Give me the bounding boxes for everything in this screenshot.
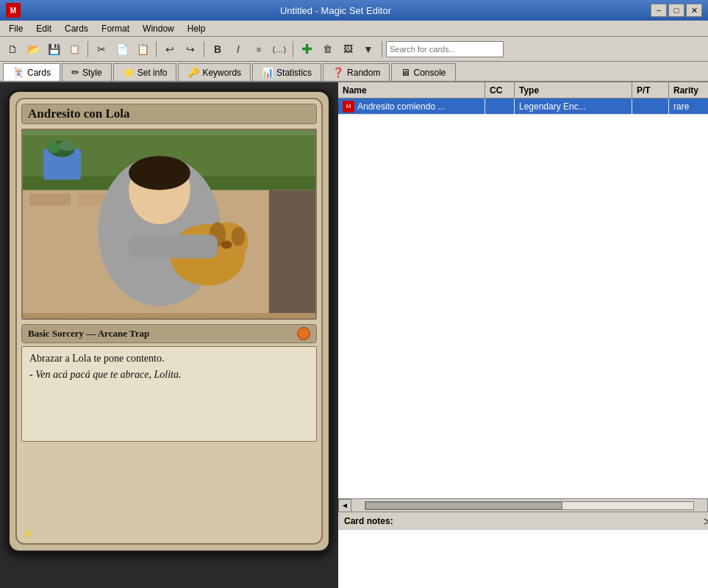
menu-edit[interactable]: Edit — [30, 22, 57, 35]
tab-random[interactable]: ❓ Random — [323, 63, 390, 81]
paste-button[interactable]: 📋 — [133, 40, 152, 59]
tab-cards[interactable]: 🃏 Cards — [3, 63, 60, 81]
cards-tab-label: Cards — [27, 68, 51, 78]
redo-button[interactable]: ↪ — [181, 40, 200, 59]
console-tab-label: Console — [413, 68, 446, 78]
separator-1 — [87, 41, 88, 57]
card-notes-body: ▲ ▼ — [338, 529, 708, 588]
bold-button[interactable]: B — [208, 40, 227, 59]
open-button[interactable]: 📂 — [24, 40, 43, 59]
menu-format[interactable]: Format — [96, 22, 135, 35]
col-header-rarity[interactable]: Rarity — [669, 82, 708, 98]
svg-point-20 — [47, 142, 61, 153]
card-notes-header: Card notes: ≫ — [338, 512, 708, 529]
tab-keywords[interactable]: 🔑 Keywords — [178, 63, 251, 81]
h-scroll-thumb[interactable] — [365, 502, 562, 509]
keywords-tab-icon: 🔑 — [187, 67, 199, 78]
insert-button[interactable]: (…) — [270, 40, 289, 59]
maximize-button[interactable]: □ — [668, 4, 684, 17]
col-header-cc[interactable]: CC — [485, 82, 515, 98]
menu-window[interactable]: Window — [137, 22, 180, 35]
card-cell-name: M Andresito comiendo ... — [338, 98, 485, 114]
h-scroll-track — [365, 501, 694, 510]
align-button[interactable]: ≡ — [249, 40, 268, 59]
card-list-body: M Andresito comiendo ... Legendary Enc..… — [338, 98, 708, 498]
separator-2 — [156, 41, 157, 57]
svg-point-15 — [221, 240, 232, 248]
style-tab-label: Style — [82, 68, 102, 78]
svg-point-10 — [129, 156, 190, 190]
tab-bar: 🃏 Cards ✏ Style ⭐ Set info 🔑 Keywords 📊 … — [0, 62, 708, 82]
card-text-line-1: Abrazar a Lola te pone contento. — [29, 353, 309, 365]
mana-symbol — [297, 327, 310, 340]
menu-cards[interactable]: Cards — [59, 22, 94, 35]
svg-point-14 — [232, 227, 246, 246]
cut-button[interactable]: ✂ — [92, 40, 111, 59]
toolbar: 🗋 📂 💾 📋 ✂ 📄 📋 ↩ ↪ B I ≡ (…) ✚ 🗑 🖼 ▼ — [0, 37, 708, 62]
new-button[interactable]: 🗋 — [3, 40, 22, 59]
svg-rect-16 — [129, 234, 218, 259]
col-header-type[interactable]: Type — [515, 82, 632, 98]
window-title: Untitled - Magic Set Editor — [21, 5, 651, 16]
tab-style[interactable]: ✏ Style — [62, 63, 112, 81]
import-button[interactable]: 📋 — [65, 40, 84, 59]
title-bar: M Untitled - Magic Set Editor − □ ✕ — [0, 0, 708, 21]
tab-console[interactable]: 🖥 Console — [391, 63, 455, 81]
setinfo-tab-icon: ⭐ — [123, 67, 135, 78]
separator-3 — [204, 41, 204, 57]
minimize-button[interactable]: − — [651, 4, 667, 17]
close-button[interactable]: ✕ — [686, 4, 702, 17]
svg-rect-4 — [29, 193, 71, 206]
setinfo-tab-label: Set info — [137, 68, 168, 78]
notes-expand-button[interactable]: ≫ — [704, 515, 708, 527]
card-name: Andresito con Lola — [21, 104, 317, 124]
menu-help[interactable]: Help — [182, 22, 212, 35]
style-tab-icon: ✏ — [71, 67, 79, 78]
random-tab-icon: ❓ — [332, 67, 344, 78]
card-list-header: Name CC Type P/T Rarity — [338, 82, 708, 98]
card-notes-label: Card notes: — [344, 516, 393, 526]
card-image — [21, 129, 317, 320]
menu-file[interactable]: File — [3, 22, 29, 35]
magic-card: Andresito con Lola — [7, 90, 331, 553]
card-inner: Andresito con Lola — [15, 98, 323, 545]
search-input[interactable] — [386, 41, 504, 57]
app-icon: M — [6, 3, 21, 18]
save-button[interactable]: 💾 — [44, 40, 63, 59]
card-footer: ⚡ — [23, 529, 315, 539]
card-set-symbol: ⚡ — [23, 529, 33, 539]
separator-4 — [293, 41, 293, 57]
statistics-tab-icon: 📊 — [262, 67, 273, 78]
card-image-button[interactable]: 🖼 — [338, 40, 357, 59]
separator-5 — [382, 41, 382, 57]
col-header-pt[interactable]: P/T — [632, 82, 669, 98]
tab-setinfo[interactable]: ⭐ Set info — [113, 63, 177, 81]
card-art-svg — [23, 130, 315, 318]
card-cell-pt — [632, 98, 669, 114]
card-panel: Andresito con Lola — [0, 82, 338, 588]
card-cell-type: Legendary Enc... — [515, 98, 632, 114]
tab-statistics[interactable]: 📊 Statistics — [252, 63, 321, 81]
main-content: Andresito con Lola — [0, 82, 708, 588]
svg-rect-7 — [269, 190, 315, 313]
h-scrollbar: ◄ ► — [338, 498, 708, 512]
undo-button[interactable]: ↩ — [160, 40, 179, 59]
italic-button[interactable]: I — [229, 40, 248, 59]
card-cell-cc — [485, 98, 515, 114]
svg-point-21 — [59, 140, 75, 151]
card-type: Basic Sorcery — Arcane Trap — [21, 324, 317, 343]
remove-card-button[interactable]: 🗑 — [318, 40, 337, 59]
random-tab-label: Random — [347, 68, 380, 78]
card-cell-rarity: rare — [669, 98, 708, 114]
col-header-name[interactable]: Name — [338, 82, 485, 98]
card-text-line-2: - Ven acá pacá que te abrace, Lolita. — [29, 369, 309, 381]
dropdown-button[interactable]: ▼ — [359, 40, 378, 59]
card-row[interactable]: M Andresito comiendo ... Legendary Enc..… — [338, 98, 708, 115]
window-controls: − □ ✕ — [651, 4, 702, 17]
add-card-button[interactable]: ✚ — [297, 40, 316, 59]
scroll-left-button[interactable]: ◄ — [338, 499, 351, 512]
copy-button[interactable]: 📄 — [112, 40, 132, 59]
card-thumbnail-icon: M — [343, 101, 354, 112]
keywords-tab-label: Keywords — [202, 68, 241, 78]
console-tab-icon: 🖥 — [401, 67, 410, 78]
